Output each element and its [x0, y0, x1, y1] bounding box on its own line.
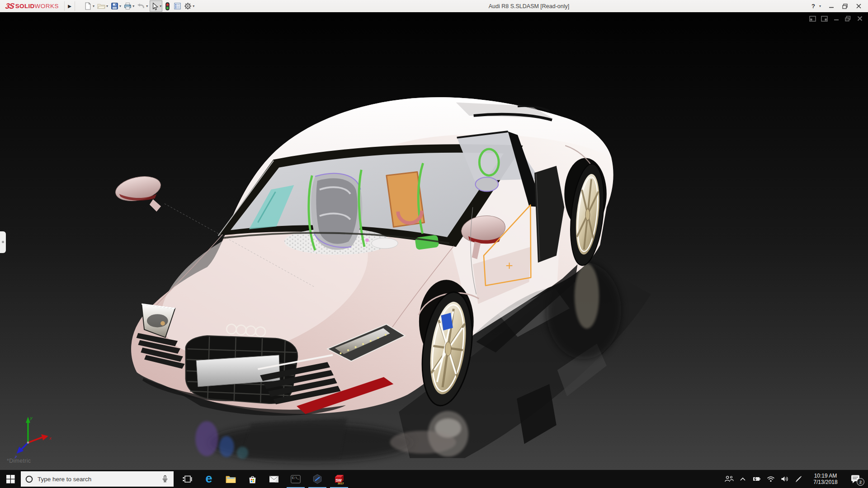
orientation-triad: x y z [14, 415, 52, 459]
open-folder-icon [97, 2, 105, 10]
power-status-button[interactable] [752, 476, 761, 482]
handle-dot-icon [2, 241, 4, 243]
window-controls: ? ▾ [809, 0, 864, 12]
solidworks-logo: 3S SOLIDWORKS [0, 0, 63, 12]
svg-text:y: y [30, 415, 33, 420]
pen-settings-button[interactable] [795, 475, 802, 483]
cortana-icon [25, 475, 33, 483]
desktop-screen: 3S SOLIDWORKS ▶ ▾ ▾ [0, 0, 868, 488]
restore-icon [845, 16, 851, 22]
people-button[interactable] [725, 475, 734, 483]
new-document-icon [84, 2, 92, 10]
help-button[interactable]: ? [809, 3, 817, 9]
display-pane-left-icon [809, 16, 816, 22]
document-window-controls [809, 15, 863, 22]
menu-flyout-button[interactable]: ▶ [66, 1, 74, 11]
microsoft-edge-button[interactable]: e [198, 470, 220, 488]
help-caret-icon[interactable]: ▾ [819, 4, 821, 8]
display-pane-left-button[interactable] [809, 15, 816, 22]
close-icon [857, 16, 863, 21]
windows-taskbar: e [0, 470, 868, 488]
close-button[interactable] [853, 1, 864, 11]
new-document-button[interactable]: ▾ [83, 0, 95, 12]
edge-icon: e [205, 473, 212, 485]
pen-icon [795, 475, 802, 483]
svg-text:2017: 2017 [338, 482, 344, 485]
chevron-up-icon [740, 477, 746, 481]
wifi-icon [767, 476, 775, 482]
select-tool-button[interactable]: ▾ [150, 0, 162, 12]
file-explorer-icon [226, 475, 236, 483]
solidworks-logo-mark: 3S [5, 2, 15, 11]
minimize-icon [829, 4, 834, 9]
battery-charging-icon [752, 476, 761, 482]
mail-icon [269, 475, 279, 483]
quick-access-toolbar: ▾ ▾ ▾ [83, 0, 195, 12]
task-view-button[interactable] [176, 470, 198, 488]
network-button[interactable] [767, 476, 775, 482]
select-cursor-icon [151, 2, 159, 10]
taskbar-search[interactable] [21, 471, 174, 487]
hexagon-app-icon [312, 474, 322, 484]
notification-badge: 2 [857, 478, 864, 486]
mail-button[interactable] [263, 470, 285, 488]
separator [75, 1, 75, 11]
open-button[interactable]: ▾ [96, 0, 109, 12]
store-icon [248, 474, 257, 484]
start-button[interactable] [0, 470, 21, 488]
options-button[interactable]: ▾ [183, 0, 195, 12]
file-properties-button[interactable] [173, 0, 182, 12]
document-restore-button[interactable] [844, 15, 852, 22]
task-view-icon [183, 475, 192, 483]
tray-time: 10:19 AM [808, 473, 843, 479]
microsoft-store-button[interactable] [241, 470, 263, 488]
save-floppy-icon [111, 2, 118, 10]
feature-pane-collapse-handle[interactable] [0, 231, 6, 253]
command-prompt-icon: C:\_ [291, 475, 301, 483]
minimize-icon [834, 16, 839, 21]
action-center-button[interactable]: 2 [849, 472, 863, 486]
restore-icon [842, 4, 848, 9]
taskbar-clock[interactable]: 10:19 AM 7/13/2018 [808, 473, 843, 485]
hexagon-app-button[interactable] [307, 470, 328, 488]
flyout-arrow-icon: ▶ [68, 4, 71, 9]
tray-date: 7/13/2018 [808, 479, 843, 485]
print-icon [124, 2, 132, 10]
left-mirror [113, 173, 163, 211]
view-orientation-label: *Dimetric [7, 458, 31, 464]
show-hidden-icons-button[interactable] [740, 477, 746, 481]
solidworks-2017-button[interactable]: SW 2017 [328, 470, 350, 488]
close-icon [856, 4, 861, 9]
audi-r8-3d-model: x y z [0, 12, 868, 470]
system-tray: 10:19 AM 7/13/2018 2 [725, 470, 868, 488]
file-explorer-button[interactable] [220, 470, 241, 488]
speaker-icon [781, 475, 789, 483]
command-prompt-button[interactable]: C:\_ [285, 470, 307, 488]
people-icon [725, 475, 734, 483]
display-pane-right-button[interactable] [821, 15, 828, 22]
minimize-button[interactable] [826, 1, 837, 11]
file-properties-icon [174, 2, 181, 10]
display-pane-right-icon [821, 16, 828, 22]
rebuild-button[interactable] [163, 0, 172, 12]
document-close-button[interactable] [856, 15, 863, 22]
windows-logo-icon [6, 475, 15, 483]
undo-button[interactable]: ▾ [136, 0, 149, 12]
taskbar-apps: e [176, 470, 350, 488]
document-title: Audi R8 S.SLDASM [Read-only] [489, 3, 570, 9]
svg-text:x: x [49, 436, 52, 441]
svg-text:C:\_: C:\_ [292, 477, 299, 480]
print-button[interactable]: ▾ [123, 0, 135, 12]
volume-button[interactable] [781, 475, 789, 483]
app-titlebar: 3S SOLIDWORKS ▶ ▾ ▾ [0, 0, 868, 13]
restore-button[interactable] [839, 1, 851, 11]
save-button[interactable]: ▾ [110, 0, 122, 12]
graphics-viewport[interactable]: x y z [0, 12, 868, 470]
document-minimize-button[interactable] [832, 15, 840, 22]
solidworks-app-icon: SW 2017 [334, 474, 344, 484]
undo-arrow-icon [137, 2, 145, 10]
gear-icon [184, 2, 192, 10]
search-input[interactable] [37, 475, 159, 483]
separator [64, 1, 65, 11]
microphone-icon[interactable] [161, 475, 169, 483]
